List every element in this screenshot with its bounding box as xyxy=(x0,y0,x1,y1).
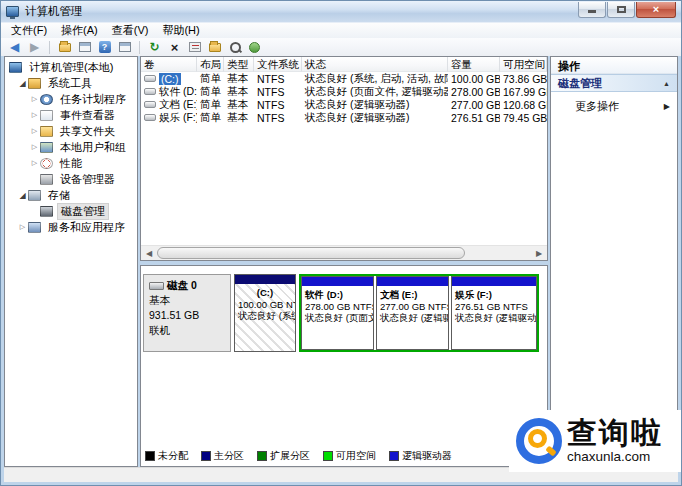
column-header-status[interactable]: 状态 xyxy=(302,57,448,72)
minimize-button[interactable] xyxy=(578,2,606,18)
performance-icon xyxy=(40,158,53,169)
settings-icon[interactable] xyxy=(246,39,263,55)
computer-management-window: 计算机管理 × 文件(F) 操作(A) 查看(V) 帮助(H) ◀ ▶ ? ↻ … xyxy=(0,0,682,486)
task-scheduler-icon xyxy=(40,94,53,105)
legend-unallocated: 未分配 xyxy=(145,449,188,463)
menu-view[interactable]: 查看(V) xyxy=(105,22,156,39)
scrollbar-track[interactable] xyxy=(156,247,532,259)
toolbar-separator xyxy=(139,41,140,54)
expand-closed-icon[interactable]: ▷ xyxy=(29,143,40,151)
tree-item-shared-folders[interactable]: ▷ 共享文件夹 xyxy=(5,123,137,139)
menu-file[interactable]: 文件(F) xyxy=(4,22,54,39)
partition-c[interactable]: (C:) 100.00 GB NTFS 状态良好 (系统, 启动, 活动, 故障… xyxy=(234,274,296,352)
primary-partition-bar xyxy=(235,275,295,284)
logical-drive-swatch xyxy=(389,451,399,461)
content-area: 计算机管理(本地) ◢ 系统工具 ▷ 任务计划程序 ▷ 事件查看器 ▷ 共享文件… xyxy=(4,56,678,467)
actions-panel: 操作 磁盘管理 ▲ 更多操作 ▶ xyxy=(550,56,678,467)
disk-icon xyxy=(149,282,164,290)
tree-item-services-applications[interactable]: ▷ 服务和应用程序 xyxy=(5,219,137,235)
table-row-volume-e[interactable]: 文档 (E:) 简单 基本 NTFS 状态良好 (逻辑驱动器) 277.00 G… xyxy=(141,98,547,111)
expand-closed-icon[interactable]: ▷ xyxy=(17,223,28,231)
column-header-capacity[interactable]: 容量 xyxy=(448,57,500,72)
table-row-volume-d[interactable]: 软件 (D:) 简单 基本 NTFS 状态良好 (页面文件, 逻辑驱动器) 27… xyxy=(141,85,547,98)
show-action-pane-icon[interactable] xyxy=(116,39,133,55)
expand-open-icon[interactable]: ◢ xyxy=(17,79,28,88)
column-header-type[interactable]: 类型 xyxy=(224,57,254,72)
free-space-swatch xyxy=(323,451,333,461)
table-row-volume-f[interactable]: 娱乐 (F:) 简单 基本 NTFS 状态良好 (逻辑驱动器) 276.51 G… xyxy=(141,111,547,124)
column-header-free-space[interactable]: 可用空间 xyxy=(500,57,547,72)
partition-d[interactable]: 软件 (D:) 278.00 GB NTFS 状态良好 (页面文件, 逻辑驱动器… xyxy=(301,276,374,350)
tree-item-local-users[interactable]: ▷ 本地用户和组 xyxy=(5,139,137,155)
tree-item-event-viewer[interactable]: ▷ 事件查看器 xyxy=(5,107,137,123)
scroll-right-icon[interactable]: ▶ xyxy=(532,249,546,258)
logical-drive-bar xyxy=(377,277,448,286)
expand-closed-icon[interactable]: ▷ xyxy=(29,111,40,119)
tree-item-computer-management[interactable]: 计算机管理(本地) xyxy=(5,59,137,75)
window-title: 计算机管理 xyxy=(25,4,83,19)
delete-icon[interactable]: × xyxy=(166,39,183,55)
table-row-volume-c[interactable]: (C:) 简单 基本 NTFS 状态良好 (系统, 启动, 活动, 故障转储, … xyxy=(141,72,547,85)
tree-item-disk-management[interactable]: 磁盘管理 xyxy=(5,203,137,219)
extended-partition: 软件 (D:) 278.00 GB NTFS 状态良好 (页面文件, 逻辑驱动器… xyxy=(299,274,539,352)
help-icon[interactable]: ? xyxy=(96,39,113,55)
computer-icon xyxy=(9,62,22,73)
show-window-icon[interactable] xyxy=(76,39,93,55)
drive-icon xyxy=(144,75,156,82)
scrollbar-thumb[interactable] xyxy=(157,247,465,259)
services-applications-icon xyxy=(28,222,41,233)
graphical-disk-view: 磁盘 0 基本 931.51 GB 联机 (C:) 100.00 GB NTFS… xyxy=(140,265,548,467)
close-icon: × xyxy=(653,3,659,15)
menu-action[interactable]: 操作(A) xyxy=(54,22,105,39)
minimize-icon xyxy=(588,10,596,13)
menu-help[interactable]: 帮助(H) xyxy=(155,22,206,39)
more-actions-item[interactable]: 更多操作 ▶ xyxy=(551,96,677,116)
back-icon[interactable]: ◀ xyxy=(6,39,23,55)
drive-icon xyxy=(144,101,156,108)
legend-extended-partition: 扩展分区 xyxy=(257,449,310,463)
collapse-icon[interactable]: ▲ xyxy=(663,80,670,87)
chaxunla-logo-icon xyxy=(516,418,562,464)
disk-size: 931.51 GB xyxy=(149,308,225,323)
disk-0-label[interactable]: 磁盘 0 基本 931.51 GB 联机 xyxy=(143,274,231,352)
partition-e[interactable]: 文档 (E:) 277.00 GB NTFS 状态良好 (逻辑驱动器) xyxy=(376,276,449,350)
partition-f[interactable]: 娱乐 (F:) 276.51 GB NTFS 状态良好 (逻辑驱动器) xyxy=(451,276,537,350)
device-manager-icon xyxy=(40,174,53,185)
maximize-button[interactable] xyxy=(607,2,635,18)
legend-logical-drive: 逻辑驱动器 xyxy=(389,449,452,463)
disk-management-icon xyxy=(40,206,53,217)
horizontal-scrollbar[interactable]: ◀ ▶ xyxy=(141,245,547,260)
actions-section-disk-management[interactable]: 磁盘管理 ▲ xyxy=(551,74,677,92)
actions-panel-title: 操作 xyxy=(551,57,677,74)
disk-status: 联机 xyxy=(149,323,225,338)
scroll-left-icon[interactable]: ◀ xyxy=(142,249,156,258)
computer-management-icon xyxy=(6,6,19,17)
tree-item-task-scheduler[interactable]: ▷ 任务计划程序 xyxy=(5,91,137,107)
column-header-filesystem[interactable]: 文件系统 xyxy=(254,57,302,72)
refresh-icon[interactable]: ↻ xyxy=(146,39,163,55)
open-folder-icon[interactable] xyxy=(206,39,223,55)
tree-item-system-tools[interactable]: ◢ 系统工具 xyxy=(5,75,137,91)
close-button[interactable]: × xyxy=(636,2,676,18)
column-header-volume[interactable]: 卷 xyxy=(141,57,197,72)
logical-drive-bar xyxy=(302,277,373,286)
properties-icon[interactable] xyxy=(186,39,203,55)
show-console-tree-icon[interactable] xyxy=(56,39,73,55)
tree-item-device-manager[interactable]: 设备管理器 xyxy=(5,171,137,187)
tree-item-performance[interactable]: ▷ 性能 xyxy=(5,155,137,171)
primary-partition-swatch xyxy=(201,451,211,461)
tree-item-storage[interactable]: ◢ 存储 xyxy=(5,187,137,203)
caption-buttons: × xyxy=(578,2,676,18)
forward-icon[interactable]: ▶ xyxy=(26,39,43,55)
expand-closed-icon[interactable]: ▷ xyxy=(29,159,40,167)
drive-icon xyxy=(144,88,156,95)
expand-closed-icon[interactable]: ▷ xyxy=(29,95,40,103)
toolbar: ◀ ▶ ? ↻ × xyxy=(1,38,681,56)
expand-open-icon[interactable]: ◢ xyxy=(17,191,28,200)
column-header-layout[interactable]: 布局 xyxy=(197,57,224,72)
expand-closed-icon[interactable]: ▷ xyxy=(29,127,40,135)
console-tree: 计算机管理(本地) ◢ 系统工具 ▷ 任务计划程序 ▷ 事件查看器 ▷ 共享文件… xyxy=(4,56,138,467)
shared-folders-icon xyxy=(40,126,53,137)
disk-0-strip: 磁盘 0 基本 931.51 GB 联机 (C:) 100.00 GB NTFS… xyxy=(143,274,539,352)
search-icon[interactable] xyxy=(226,39,243,55)
